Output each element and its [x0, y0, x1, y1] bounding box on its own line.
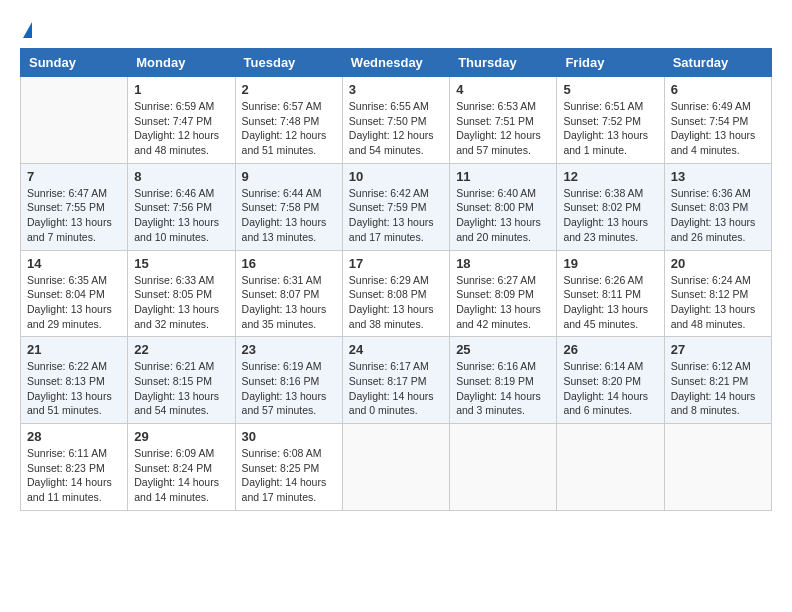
daylight: Daylight: 13 hours and 1 minute. [563, 129, 648, 156]
day-info: Sunrise: 6:16 AMSunset: 8:19 PMDaylight:… [456, 359, 550, 418]
day-number: 11 [456, 169, 550, 184]
day-info: Sunrise: 6:27 AMSunset: 8:09 PMDaylight:… [456, 273, 550, 332]
sunrise: Sunrise: 6:22 AM [27, 360, 107, 372]
calendar-cell: 2Sunrise: 6:57 AMSunset: 7:48 PMDaylight… [235, 77, 342, 164]
daylight: Daylight: 13 hours and 29 minutes. [27, 303, 112, 330]
daylight: Daylight: 13 hours and 32 minutes. [134, 303, 219, 330]
sunset: Sunset: 8:15 PM [134, 375, 212, 387]
day-number: 14 [27, 256, 121, 271]
calendar-cell: 6Sunrise: 6:49 AMSunset: 7:54 PMDaylight… [664, 77, 771, 164]
daylight: Daylight: 13 hours and 10 minutes. [134, 216, 219, 243]
calendar-cell [557, 424, 664, 511]
daylight: Daylight: 13 hours and 35 minutes. [242, 303, 327, 330]
calendar-cell: 12Sunrise: 6:38 AMSunset: 8:02 PMDayligh… [557, 163, 664, 250]
sunset: Sunset: 7:59 PM [349, 201, 427, 213]
calendar-cell: 1Sunrise: 6:59 AMSunset: 7:47 PMDaylight… [128, 77, 235, 164]
calendar-header-monday: Monday [128, 49, 235, 77]
sunrise: Sunrise: 6:16 AM [456, 360, 536, 372]
day-number: 28 [27, 429, 121, 444]
calendar-header-wednesday: Wednesday [342, 49, 449, 77]
day-number: 10 [349, 169, 443, 184]
calendar-week-row: 7Sunrise: 6:47 AMSunset: 7:55 PMDaylight… [21, 163, 772, 250]
day-number: 4 [456, 82, 550, 97]
calendar-cell: 16Sunrise: 6:31 AMSunset: 8:07 PMDayligh… [235, 250, 342, 337]
sunrise: Sunrise: 6:14 AM [563, 360, 643, 372]
sunset: Sunset: 8:20 PM [563, 375, 641, 387]
daylight: Daylight: 12 hours and 57 minutes. [456, 129, 541, 156]
day-info: Sunrise: 6:14 AMSunset: 8:20 PMDaylight:… [563, 359, 657, 418]
daylight: Daylight: 14 hours and 6 minutes. [563, 390, 648, 417]
calendar-cell: 9Sunrise: 6:44 AMSunset: 7:58 PMDaylight… [235, 163, 342, 250]
day-number: 25 [456, 342, 550, 357]
calendar-header-row: SundayMondayTuesdayWednesdayThursdayFrid… [21, 49, 772, 77]
calendar-cell: 7Sunrise: 6:47 AMSunset: 7:55 PMDaylight… [21, 163, 128, 250]
day-info: Sunrise: 6:35 AMSunset: 8:04 PMDaylight:… [27, 273, 121, 332]
sunset: Sunset: 8:09 PM [456, 288, 534, 300]
sunrise: Sunrise: 6:47 AM [27, 187, 107, 199]
sunrise: Sunrise: 6:08 AM [242, 447, 322, 459]
page-header [20, 20, 772, 38]
calendar-cell: 29Sunrise: 6:09 AMSunset: 8:24 PMDayligh… [128, 424, 235, 511]
calendar-cell: 26Sunrise: 6:14 AMSunset: 8:20 PMDayligh… [557, 337, 664, 424]
calendar-cell: 4Sunrise: 6:53 AMSunset: 7:51 PMDaylight… [450, 77, 557, 164]
daylight: Daylight: 13 hours and 45 minutes. [563, 303, 648, 330]
daylight: Daylight: 14 hours and 14 minutes. [134, 476, 219, 503]
calendar-week-row: 1Sunrise: 6:59 AMSunset: 7:47 PMDaylight… [21, 77, 772, 164]
day-info: Sunrise: 6:31 AMSunset: 8:07 PMDaylight:… [242, 273, 336, 332]
sunrise: Sunrise: 6:55 AM [349, 100, 429, 112]
sunset: Sunset: 7:47 PM [134, 115, 212, 127]
calendar-cell: 20Sunrise: 6:24 AMSunset: 8:12 PMDayligh… [664, 250, 771, 337]
daylight: Daylight: 13 hours and 23 minutes. [563, 216, 648, 243]
sunset: Sunset: 7:52 PM [563, 115, 641, 127]
sunrise: Sunrise: 6:09 AM [134, 447, 214, 459]
sunset: Sunset: 7:48 PM [242, 115, 320, 127]
sunset: Sunset: 7:51 PM [456, 115, 534, 127]
sunrise: Sunrise: 6:42 AM [349, 187, 429, 199]
calendar-cell: 23Sunrise: 6:19 AMSunset: 8:16 PMDayligh… [235, 337, 342, 424]
daylight: Daylight: 13 hours and 26 minutes. [671, 216, 756, 243]
sunrise: Sunrise: 6:57 AM [242, 100, 322, 112]
sunset: Sunset: 8:24 PM [134, 462, 212, 474]
sunset: Sunset: 8:04 PM [27, 288, 105, 300]
logo [20, 20, 32, 38]
day-info: Sunrise: 6:33 AMSunset: 8:05 PMDaylight:… [134, 273, 228, 332]
sunrise: Sunrise: 6:27 AM [456, 274, 536, 286]
calendar-cell: 11Sunrise: 6:40 AMSunset: 8:00 PMDayligh… [450, 163, 557, 250]
sunrise: Sunrise: 6:31 AM [242, 274, 322, 286]
calendar-cell [342, 424, 449, 511]
day-number: 7 [27, 169, 121, 184]
day-info: Sunrise: 6:29 AMSunset: 8:08 PMDaylight:… [349, 273, 443, 332]
sunrise: Sunrise: 6:59 AM [134, 100, 214, 112]
day-info: Sunrise: 6:09 AMSunset: 8:24 PMDaylight:… [134, 446, 228, 505]
calendar-cell: 15Sunrise: 6:33 AMSunset: 8:05 PMDayligh… [128, 250, 235, 337]
daylight: Daylight: 14 hours and 8 minutes. [671, 390, 756, 417]
sunrise: Sunrise: 6:17 AM [349, 360, 429, 372]
daylight: Daylight: 13 hours and 48 minutes. [671, 303, 756, 330]
sunrise: Sunrise: 6:38 AM [563, 187, 643, 199]
day-number: 8 [134, 169, 228, 184]
daylight: Daylight: 13 hours and 38 minutes. [349, 303, 434, 330]
day-number: 20 [671, 256, 765, 271]
daylight: Daylight: 12 hours and 51 minutes. [242, 129, 327, 156]
day-number: 22 [134, 342, 228, 357]
day-info: Sunrise: 6:11 AMSunset: 8:23 PMDaylight:… [27, 446, 121, 505]
calendar-cell: 25Sunrise: 6:16 AMSunset: 8:19 PMDayligh… [450, 337, 557, 424]
logo-triangle-icon [23, 22, 32, 38]
sunset: Sunset: 8:12 PM [671, 288, 749, 300]
day-info: Sunrise: 6:55 AMSunset: 7:50 PMDaylight:… [349, 99, 443, 158]
day-info: Sunrise: 6:57 AMSunset: 7:48 PMDaylight:… [242, 99, 336, 158]
day-info: Sunrise: 6:42 AMSunset: 7:59 PMDaylight:… [349, 186, 443, 245]
daylight: Daylight: 14 hours and 3 minutes. [456, 390, 541, 417]
sunset: Sunset: 7:55 PM [27, 201, 105, 213]
calendar-cell [664, 424, 771, 511]
day-info: Sunrise: 6:22 AMSunset: 8:13 PMDaylight:… [27, 359, 121, 418]
daylight: Daylight: 12 hours and 48 minutes. [134, 129, 219, 156]
calendar-week-row: 28Sunrise: 6:11 AMSunset: 8:23 PMDayligh… [21, 424, 772, 511]
calendar-cell: 19Sunrise: 6:26 AMSunset: 8:11 PMDayligh… [557, 250, 664, 337]
daylight: Daylight: 13 hours and 7 minutes. [27, 216, 112, 243]
day-info: Sunrise: 6:53 AMSunset: 7:51 PMDaylight:… [456, 99, 550, 158]
calendar-header-thursday: Thursday [450, 49, 557, 77]
day-number: 19 [563, 256, 657, 271]
calendar-cell: 22Sunrise: 6:21 AMSunset: 8:15 PMDayligh… [128, 337, 235, 424]
sunrise: Sunrise: 6:12 AM [671, 360, 751, 372]
